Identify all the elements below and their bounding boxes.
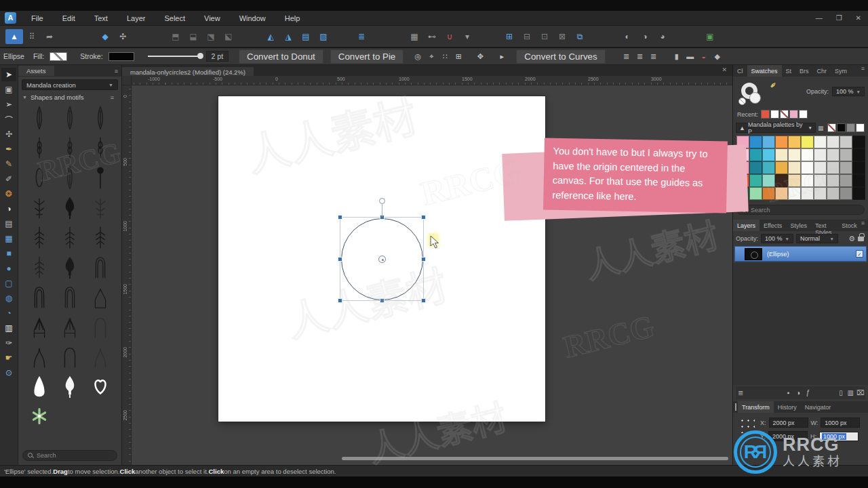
- palette-swatch-4-6[interactable]: [814, 187, 827, 200]
- panel-menu-icon[interactable]: ≡: [861, 220, 865, 231]
- tab-close-icon[interactable]: ✕: [722, 66, 727, 73]
- palette-swatch-0-8[interactable]: [840, 136, 852, 148]
- tab-styles[interactable]: Styles: [786, 220, 811, 231]
- arrange-back-icon[interactable]: ⬓: [184, 29, 202, 44]
- asset-dome[interactable]: [54, 282, 85, 312]
- corner-tool[interactable]: ⌒: [1, 113, 16, 126]
- move-icon[interactable]: ✥: [473, 49, 487, 64]
- convert-to-curves-button[interactable]: Convert to Curves: [516, 49, 605, 64]
- selection-handle[interactable]: [380, 298, 384, 303]
- target-icon[interactable]: ⌖: [425, 49, 438, 64]
- badge-icon[interactable]: ◆: [96, 29, 114, 44]
- selection-handle[interactable]: [338, 298, 342, 303]
- export-persona-icon[interactable]: ➦: [41, 29, 58, 44]
- tab-brs[interactable]: Brs: [795, 65, 813, 77]
- artboard-tool[interactable]: ▣: [1, 83, 16, 96]
- boolean-divide-icon[interactable]: ⊠: [553, 29, 571, 44]
- assets-search-input[interactable]: Search: [22, 450, 117, 461]
- asset-fern[interactable]: [54, 222, 85, 252]
- menu-edit[interactable]: Edit: [53, 11, 85, 26]
- palette-swatch-2-6[interactable]: [814, 161, 827, 174]
- palette-swatch-2-9[interactable]: [852, 161, 865, 174]
- guides-icon[interactable]: ⊷: [423, 29, 441, 44]
- selection-handle[interactable]: [421, 298, 426, 303]
- palette-swatch-4-5[interactable]: [801, 187, 814, 200]
- palette-swatch-4-8[interactable]: [840, 187, 852, 200]
- palette-swatch-2-3[interactable]: [775, 161, 788, 174]
- palette-select[interactable]: ▲ Mandala palettes by P ▼: [736, 123, 816, 133]
- swatch-0[interactable]: [827, 123, 836, 132]
- palette-swatch-3-9[interactable]: [852, 174, 865, 187]
- convert-to-donut-button[interactable]: Convert to Donut: [239, 49, 323, 64]
- fx-icon[interactable]: ƒ: [803, 388, 812, 399]
- asset-spade[interactable]: [54, 252, 85, 282]
- delete-layer-icon[interactable]: ⌧: [856, 388, 865, 399]
- asset-heart[interactable]: [85, 371, 116, 401]
- gear-icon[interactable]: ⚙: [848, 235, 855, 243]
- swatch-2[interactable]: [846, 123, 855, 132]
- column-tool[interactable]: ▥: [1, 321, 16, 335]
- geometry-icon-1[interactable]: ◐: [618, 29, 636, 44]
- swatch-2[interactable]: [780, 110, 789, 119]
- flip-horizontal-icon[interactable]: ◭: [262, 29, 279, 44]
- tab-chr[interactable]: Chr: [813, 65, 831, 77]
- rounded-rectangle-tool[interactable]: ▢: [1, 277, 16, 290]
- diamond-icon[interactable]: ◆: [711, 49, 724, 64]
- designer-persona-icon[interactable]: ▲: [5, 29, 23, 44]
- layer-row-selected[interactable]: (Ellipse) ✓: [734, 246, 867, 262]
- menu-window[interactable]: Window: [230, 11, 275, 26]
- asset-onion[interactable]: [24, 342, 54, 371]
- palette-swatch-3-1[interactable]: [749, 174, 762, 187]
- flip-vertical-icon[interactable]: ◮: [279, 29, 297, 44]
- expand-icon[interactable]: ▸: [495, 49, 509, 64]
- align-right-icon[interactable]: ≣: [647, 49, 660, 64]
- palette-swatch-2-4[interactable]: [788, 161, 801, 174]
- fill-tool[interactable]: ❂: [1, 187, 16, 201]
- boolean-intersect-icon[interactable]: ⊡: [536, 29, 553, 44]
- asset-onion[interactable]: [85, 342, 116, 371]
- palette-swatch-1-4[interactable]: [788, 148, 801, 161]
- group-icon[interactable]: ▥: [846, 388, 855, 399]
- none-well[interactable]: [738, 98, 746, 105]
- tab-effects[interactable]: Effects: [760, 220, 786, 231]
- snapping-magnet-icon[interactable]: ∪: [441, 29, 458, 44]
- toggle-icon[interactable]: ◒: [697, 49, 711, 64]
- asset-fern[interactable]: [24, 222, 54, 252]
- crop-tool[interactable]: ▦: [1, 232, 16, 245]
- palette-swatch-3-5[interactable]: [801, 174, 814, 187]
- x-field[interactable]: 2000 px: [769, 418, 808, 428]
- asset-pod[interactable]: [24, 163, 54, 192]
- palette-swatch-1-5[interactable]: [801, 148, 814, 161]
- palette-swatch-4-7[interactable]: [827, 187, 840, 200]
- tab-layers[interactable]: Layers: [733, 220, 760, 231]
- minimize-icon[interactable]: —: [816, 11, 823, 26]
- boolean-add-icon[interactable]: ⊞: [500, 29, 518, 44]
- palette-swatch-4-4[interactable]: [788, 187, 801, 200]
- insert-behind-icon[interactable]: ▤: [297, 29, 315, 44]
- palette-swatch-1-6[interactable]: [814, 148, 827, 161]
- selection-handle[interactable]: [338, 215, 342, 220]
- arrange-forward-icon[interactable]: ⬔: [202, 29, 220, 44]
- layers-opacity-select[interactable]: 100 % ▼: [761, 234, 793, 243]
- hand-tool[interactable]: ☛: [1, 351, 16, 365]
- menu-help[interactable]: Help: [275, 11, 310, 26]
- palette-swatch-0-1[interactable]: [749, 136, 762, 148]
- lock-icon[interactable]: [858, 237, 864, 241]
- blend-mode-select[interactable]: Normal ▼: [796, 234, 838, 243]
- panel-menu-icon[interactable]: ≡: [861, 65, 865, 77]
- arrange-front-icon[interactable]: ⬒: [167, 29, 184, 44]
- menu-layer[interactable]: Layer: [117, 11, 155, 26]
- tab-stock[interactable]: Stock: [837, 220, 861, 231]
- asset-pin[interactable]: [85, 163, 116, 192]
- tab-st[interactable]: St: [782, 65, 796, 77]
- tab-transform[interactable]: Transform: [738, 401, 774, 413]
- pinwheel-icon[interactable]: ✣: [114, 29, 132, 44]
- menu-select[interactable]: Select: [155, 11, 195, 26]
- adjustment-icon[interactable]: ◑: [793, 388, 803, 399]
- asset-section-header[interactable]: ▼ Shapes and motifs ≡: [18, 92, 121, 103]
- palette-swatch-1-2[interactable]: [762, 148, 775, 161]
- panel-menu-icon[interactable]: ≡: [115, 68, 118, 75]
- palette-swatch-2-7[interactable]: [827, 161, 840, 174]
- asset-sprig[interactable]: [54, 133, 85, 163]
- palette-swatch-1-7[interactable]: [827, 148, 840, 161]
